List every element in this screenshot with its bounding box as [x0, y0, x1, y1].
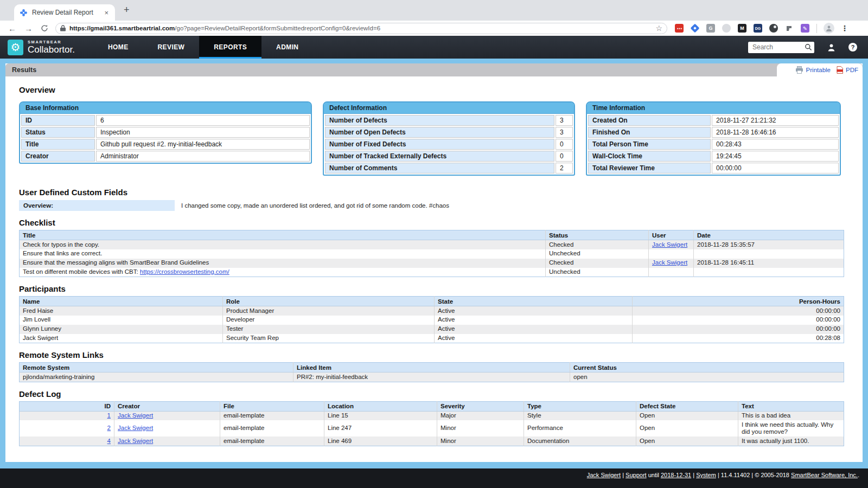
- nav-item-home[interactable]: HOME: [93, 36, 143, 59]
- user-icon[interactable]: [827, 43, 835, 52]
- lock-icon: [60, 25, 66, 31]
- report-content: Overview Base Information ID6 StatusInsp…: [5, 76, 863, 462]
- defect-log-heading: Defect Log: [19, 389, 863, 399]
- table-row: Total Reviewer Time00:00:00: [588, 163, 839, 174]
- table-row: Number of Tracked Externally Defects0: [325, 151, 573, 162]
- table-row: ID6: [21, 115, 310, 126]
- searchbox: [748, 42, 814, 53]
- defect-id-link[interactable]: 1: [107, 412, 111, 419]
- help-icon[interactable]: ?: [848, 43, 857, 52]
- table-row: Number of Fixed Defects0: [325, 139, 573, 150]
- url-bar[interactable]: https://gmail361.smartbeartrial.com/go?p…: [55, 23, 667, 34]
- defect-id-link[interactable]: 4: [107, 438, 111, 444]
- dg-extension-icon[interactable]: DG: [754, 24, 762, 33]
- table-row: Number of Open Defects3: [325, 127, 573, 138]
- footer-support-date-link[interactable]: 2018-12-31: [661, 472, 691, 478]
- creator-link[interactable]: Jack Swigert: [118, 438, 153, 444]
- results-actions: Printable PDF: [777, 63, 863, 76]
- checklist-heading: Checklist: [19, 218, 863, 227]
- table-row: Total Person Time00:28:43: [588, 139, 839, 150]
- back-icon[interactable]: ←: [8, 24, 16, 33]
- footer-system-link[interactable]: System: [696, 472, 716, 478]
- table-header-row: Title Status User Date: [20, 230, 844, 240]
- footer-company-link[interactable]: SmartBear Software, Inc.: [791, 472, 858, 478]
- checklist-row: Check for typos in the copy. Checked Jac…: [20, 240, 844, 249]
- clamp-extension-icon[interactable]: [785, 24, 794, 33]
- table-row: Finished On2018-11-28 16:46:16: [588, 127, 839, 138]
- table-row: CreatorAdministrator: [21, 151, 310, 162]
- pen-extension-icon[interactable]: ✎: [801, 24, 809, 33]
- table-header-row: ID Creator File Location Severity Type D…: [20, 401, 844, 411]
- custom-field-row: Overview: I changed some copy, made an u…: [19, 200, 863, 211]
- brand-name-label: Collabortor.: [28, 44, 75, 55]
- table-row: Number of Comments2: [325, 163, 573, 174]
- smartbear-logo-icon: ⚙: [8, 40, 23, 55]
- tab-close-icon[interactable]: ×: [103, 9, 110, 17]
- footer-user-link[interactable]: Jack Swigert: [587, 472, 621, 478]
- forward-icon[interactable]: →: [24, 24, 33, 33]
- tab-title: Review Detail Report: [32, 9, 103, 16]
- pdf-link[interactable]: PDF: [846, 67, 858, 73]
- defect-log-table: ID Creator File Location Severity Type D…: [19, 401, 844, 446]
- time-information-table: Created On2018-11-27 21:21:32 Finished O…: [587, 114, 840, 175]
- g-extension-icon[interactable]: G: [706, 24, 715, 33]
- page-body: Results Printable PDF Overview Base Info…: [5, 63, 863, 462]
- defect-information-card: Defect Information Number of Defects3 Nu…: [323, 101, 575, 176]
- brand-top-label: SMARTBEAR: [28, 40, 75, 44]
- participants-heading: Participants: [19, 284, 863, 293]
- toolbar-divider: [816, 24, 817, 33]
- printable-link[interactable]: Printable: [806, 67, 831, 73]
- red-dots-extension-icon[interactable]: ⋯: [675, 24, 684, 33]
- table-row: Created On2018-11-27 21:21:32: [588, 115, 839, 126]
- reload-icon[interactable]: [41, 24, 48, 32]
- time-information-title: Time Information: [587, 102, 840, 114]
- blue-diamond-extension-icon[interactable]: [691, 24, 700, 33]
- user-link[interactable]: Jack Swigert: [652, 241, 687, 248]
- base-information-title: Base Information: [20, 102, 311, 114]
- defect-row: 4 Jack Swigert email-template Line 469 M…: [20, 436, 844, 446]
- brand[interactable]: ⚙ SMARTBEAR Collabortor.: [0, 36, 82, 59]
- brand-text: SMARTBEAR Collabortor.: [28, 40, 75, 55]
- defect-row: 1 Jack Swigert email-template Line 15 Ma…: [20, 411, 844, 420]
- circle-extension-icon[interactable]: [722, 24, 731, 33]
- defect-row: 2 Jack Swigert email-template Line 247 M…: [20, 420, 844, 436]
- search-icon[interactable]: [805, 43, 812, 53]
- bookmark-star-icon[interactable]: ☆: [655, 24, 662, 33]
- table-header-row: Name Role State Person-Hours: [20, 297, 844, 306]
- footer-support-link[interactable]: Support: [626, 472, 647, 478]
- page-frame: Results Printable PDF Overview Base Info…: [0, 59, 868, 468]
- browser-profile-avatar[interactable]: [824, 23, 834, 34]
- browser-tab[interactable]: Review Detail Report ×: [14, 4, 115, 21]
- url-path: /go?page=ReviewDetailReport&formSubmitte…: [175, 25, 380, 31]
- overview-cards: Base Information ID6 StatusInspection Ti…: [19, 101, 863, 176]
- url-text: https://gmail361.smartbeartrial.com/go?p…: [69, 25, 652, 31]
- url-domain: https://gmail361.smartbeartrial.com: [69, 25, 175, 31]
- browser-tab-strip: Review Detail Report × +: [0, 0, 868, 21]
- browser-menu-icon[interactable]: ⋮: [841, 24, 848, 33]
- time-information-card: Time Information Created On2018-11-27 21…: [586, 101, 841, 176]
- nav-item-admin[interactable]: ADMIN: [261, 36, 313, 59]
- defect-information-table: Number of Defects3 Number of Open Defect…: [324, 114, 574, 175]
- m-extension-icon[interactable]: M: [738, 24, 746, 33]
- checklist-row: Test on different mobile devices with CB…: [20, 268, 844, 277]
- base-information-card: Base Information ID6 StatusInspection Ti…: [19, 101, 312, 164]
- remote-links-heading: Remote System Links: [19, 350, 863, 359]
- new-tab-button[interactable]: +: [124, 4, 130, 16]
- table-row: Number of Defects3: [325, 115, 573, 126]
- base-information-table: ID6 StatusInspection TitleGithub pull re…: [20, 114, 311, 163]
- checklist-table: Title Status User Date Check for typos i…: [19, 230, 844, 277]
- nav-item-review[interactable]: REVIEW: [143, 36, 200, 59]
- creator-link[interactable]: Jack Swigert: [118, 412, 153, 419]
- checklist-row: Ensure that links are correct. Unchecked: [20, 249, 844, 259]
- dark-circle-extension-icon[interactable]: [769, 24, 778, 33]
- creator-link[interactable]: Jack Swigert: [118, 425, 153, 431]
- defect-id-link[interactable]: 2: [107, 425, 111, 431]
- nav-item-reports[interactable]: REPORTS: [199, 36, 261, 59]
- custom-fields-heading: User Defined Custom Fields: [19, 188, 863, 197]
- overview-heading: Overview: [19, 85, 863, 94]
- checklist-title-link[interactable]: https://crossbrowsertesting.com/: [140, 268, 229, 275]
- user-link[interactable]: Jack Swigert: [652, 259, 687, 266]
- table-row: TitleGithub pull request #2. my-initial-…: [21, 139, 310, 150]
- participant-row: Jim LovellDeveloperActive00:00:00: [20, 316, 844, 325]
- table-row: StatusInspection: [21, 127, 310, 138]
